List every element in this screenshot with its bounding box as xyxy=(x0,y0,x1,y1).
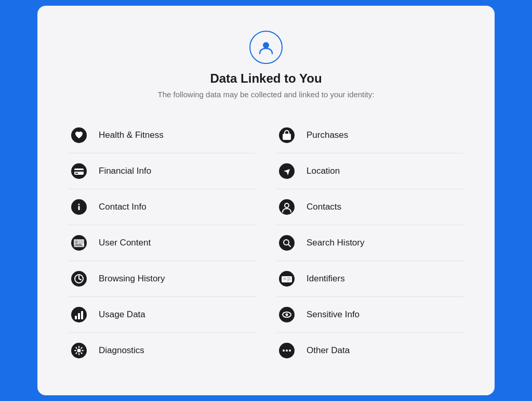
item-contact-info: Contact Info xyxy=(69,189,256,225)
identifiers-label: Identifiers xyxy=(307,274,345,284)
bag-icon xyxy=(276,125,297,146)
svg-point-44 xyxy=(289,350,291,352)
sensitive-info-label: Sensitive Info xyxy=(307,309,360,320)
location-label: Location xyxy=(307,166,340,176)
item-other-data: Other Data xyxy=(276,333,463,368)
svg-point-40 xyxy=(286,314,288,316)
item-user-content: User Content xyxy=(69,225,256,261)
person-circle-icon xyxy=(276,197,297,217)
svg-point-42 xyxy=(283,350,285,352)
image-icon xyxy=(69,232,89,253)
diagnostics-label: Diagnostics xyxy=(99,345,144,356)
usage-data-label: Usage Data xyxy=(99,309,145,320)
svg-rect-13 xyxy=(76,244,82,245)
contacts-label: Contacts xyxy=(307,202,341,212)
svg-rect-20 xyxy=(78,313,80,319)
left-column: Health & Fitness Financial Info Contact … xyxy=(69,118,256,368)
heart-icon xyxy=(69,125,89,146)
svg-rect-25 xyxy=(283,134,291,140)
svg-point-29 xyxy=(279,235,295,251)
svg-rect-19 xyxy=(75,316,77,319)
other-data-label: Other Data xyxy=(307,345,350,356)
svg-point-43 xyxy=(286,350,288,352)
eye-icon xyxy=(276,304,297,325)
item-purchases: Purchases xyxy=(276,118,463,153)
id-card-icon xyxy=(276,268,297,289)
page-subtitle: The following data may be collected and … xyxy=(158,90,375,99)
search-history-label: Search History xyxy=(307,238,364,248)
bar-chart-icon xyxy=(69,304,89,325)
item-browsing-history: Browsing History xyxy=(69,261,256,297)
gear-icon xyxy=(69,340,89,361)
right-column: Purchases Location Contacts Search Histo… xyxy=(276,118,463,368)
financial-info-label: Financial Info xyxy=(99,166,151,176)
svg-rect-8 xyxy=(78,206,80,210)
user-content-label: User Content xyxy=(99,238,151,248)
header-section: Data Linked to You The following data ma… xyxy=(69,31,463,99)
svg-point-0 xyxy=(263,42,269,48)
clock-icon xyxy=(69,268,89,289)
credit-card-icon xyxy=(69,161,89,182)
item-search-history: Search History xyxy=(276,225,463,261)
svg-point-7 xyxy=(78,204,80,205)
data-grid: Health & Fitness Financial Info Contact … xyxy=(69,118,463,368)
purchases-label: Purchases xyxy=(307,130,348,140)
location-icon xyxy=(276,161,297,182)
item-health-fitness: Health & Fitness xyxy=(69,118,256,153)
main-card: Data Linked to You The following data ma… xyxy=(37,6,495,395)
browsing-history-label: Browsing History xyxy=(99,274,165,284)
item-usage-data: Usage Data xyxy=(69,297,256,333)
item-sensitive-info: Sensitive Info xyxy=(276,297,463,333)
item-contacts: Contacts xyxy=(276,189,463,225)
svg-rect-5 xyxy=(75,173,78,174)
info-circle-icon xyxy=(69,197,89,217)
item-diagnostics: Diagnostics xyxy=(69,333,256,368)
user-icon-circle xyxy=(249,31,283,64)
health-fitness-label: Health & Fitness xyxy=(99,130,164,140)
svg-rect-4 xyxy=(74,170,84,172)
svg-point-23 xyxy=(77,349,81,353)
item-location: Location xyxy=(276,153,463,189)
svg-rect-21 xyxy=(81,311,83,319)
item-identifiers: Identifiers xyxy=(276,261,463,297)
item-financial-info: Financial Info xyxy=(69,153,256,189)
user-icon xyxy=(257,38,275,57)
search-icon xyxy=(276,232,297,253)
svg-rect-11 xyxy=(74,239,84,244)
svg-point-34 xyxy=(283,277,286,280)
contact-info-label: Contact Info xyxy=(99,202,147,212)
page-title: Data Linked to You xyxy=(210,71,322,86)
dots-icon xyxy=(276,340,297,361)
